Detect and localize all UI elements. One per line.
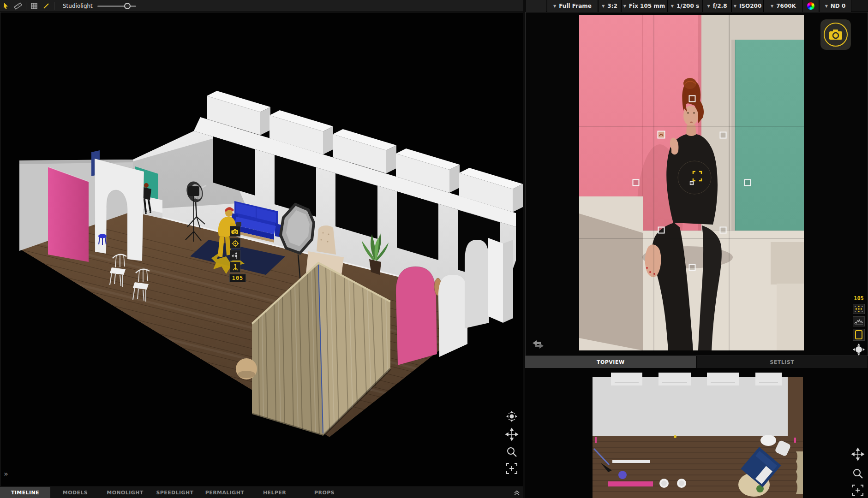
focal-length-value: Fix 105 mm [629,3,665,9]
tab-models[interactable]: MODELS [50,487,100,498]
focal-length-badge: 105 [854,295,864,302]
paper-lantern[interactable] [236,358,257,379]
aspect-ratio-value: 3:2 [607,3,617,9]
tab-setlist[interactable]: SETLIST [697,356,868,368]
topview-table[interactable] [760,435,776,446]
histogram-button[interactable] [853,316,865,326]
topview-panel[interactable] [525,368,868,498]
focus-grid-button[interactable] [853,304,865,314]
studio-3d-viewport[interactable]: 105 » [0,12,525,486]
topview-stool[interactable] [618,471,627,479]
sensor-format-dropdown[interactable]: ▼ Full Frame [547,0,598,12]
camera-settings-empty-segment [525,0,546,12]
tab-topview[interactable]: TOPVIEW [525,356,697,368]
studiolight-label: Studiolight [63,3,93,9]
app-window: Studiolight [0,0,868,498]
camera-settings-bar: ▼ Full Frame ▼ 3:2 ▼ Fix 105 mm ▼ 1/200 … [525,0,868,12]
topview-pink-panel[interactable] [608,481,653,486]
gizmo-tripod-icon[interactable] [230,262,240,273]
aperture-dropdown[interactable]: ▼ f/2.8 [703,0,731,12]
fit-view-icon[interactable] [505,462,520,476]
nd-filter-dropdown[interactable]: ▼ ND 0 [819,0,851,12]
bottom-tab-bar: TIMELINE MODELS MONOLIGHT SPEEDLIGHT PER… [0,486,525,498]
backdrop-panel-pink-large[interactable] [48,167,89,262]
tab-speedlight[interactable]: SPEEDLIGHT [150,487,200,498]
pen-line-icon[interactable] [40,1,52,11]
zoom-icon[interactable] [505,445,520,460]
studio-scene[interactable] [0,12,525,486]
chevron-down-icon: ▼ [825,4,828,8]
arch-panel-pink[interactable] [396,267,437,365]
gizmo-model-move-icon[interactable] [230,250,240,261]
nd-filter-value: ND 0 [831,3,846,9]
select-cursor-icon[interactable] [0,1,12,11]
white-balance-dropdown[interactable]: ▼ 7600K [764,0,803,12]
selection-gizmo [230,226,240,273]
frame-overlay-button[interactable] [853,329,865,341]
tab-timeline[interactable]: TIMELINE [0,487,50,498]
topview-camera-marker[interactable] [674,435,676,438]
chevron-down-icon: ▼ [671,4,674,8]
right-panel-tabs: TOPVIEW SETLIST [525,356,868,368]
tab-monolight[interactable]: MONOLIGHT [100,487,150,498]
right-wall-flat [488,238,513,323]
color-wheel-button[interactable] [803,0,819,12]
camera-side-toolbar: 105 [851,295,867,358]
gizmo-focus-target-icon[interactable] [230,238,240,249]
color-wheel-icon [807,2,814,10]
chevron-down-icon: ▼ [623,4,626,8]
ruler-icon[interactable] [12,1,24,11]
focus-sub-point [690,182,694,185]
viewport-toolbar: Studiolight [0,0,525,12]
white-balance-value: 7600K [776,3,796,9]
chevron-down-icon: ▼ [707,4,710,8]
gizmo-focal-length-chip: 105 [229,274,246,282]
camera-icon [829,30,842,40]
toolbar-separator [26,2,26,10]
chevron-down-icon: ▼ [771,4,773,8]
expand-panel-chevron[interactable]: » [4,469,7,478]
iso-dropdown[interactable]: ▼ ISO200 [731,0,764,12]
grid-icon[interactable] [28,1,40,11]
face-detect-focus-point[interactable] [658,131,665,138]
studiolight-slider[interactable] [97,1,136,11]
tab-helper[interactable]: HELPER [250,487,299,498]
pan-move-icon[interactable] [505,427,520,442]
take-photo-button[interactable] [820,19,851,50]
gizmo-camera-icon[interactable] [230,226,240,237]
topview-move-icon[interactable] [851,447,866,462]
chevron-down-icon: ▼ [734,4,736,8]
live-view-image[interactable] [579,15,804,350]
topview-set-wall [593,377,788,436]
iso-value: ISO200 [739,3,761,9]
topview-zoom-icon[interactable] [851,467,866,481]
slider-knob[interactable] [124,3,131,9]
shutter-speed-value: 1/200 s [676,3,699,9]
topview-fit-icon[interactable] [851,483,866,498]
orbit-icon[interactable] [505,409,520,424]
tab-permalight[interactable]: PERMALIGHT [200,487,250,498]
aspect-ratio-dropdown[interactable]: ▼ 3:2 [598,0,621,12]
sensor-format-value: Full Frame [559,3,592,9]
swap-view-arrows-icon[interactable] [532,339,545,351]
camera-live-view[interactable]: 105 [525,12,868,356]
shutter-speed-dropdown[interactable]: ▼ 1/200 s [667,0,703,12]
topview-plan[interactable] [593,373,803,498]
tab-props[interactable]: PROPS [299,487,349,498]
chevron-down-icon: ▼ [602,4,605,8]
focal-length-dropdown[interactable]: ▼ Fix 105 mm [621,0,667,12]
chevron-down-icon: ▼ [553,4,556,8]
aperture-value: f/2.8 [713,3,727,9]
collapse-panel-icon[interactable] [513,489,521,498]
toolbar-separator [54,2,54,10]
